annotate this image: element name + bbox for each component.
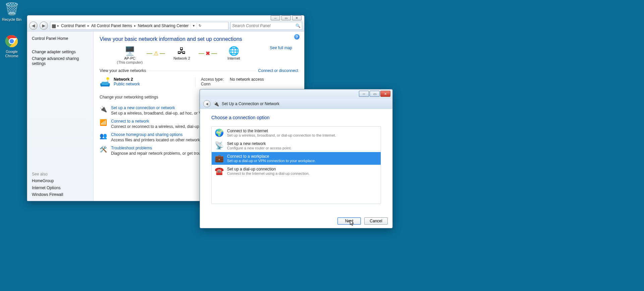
warning-icon: ⚠: [154, 50, 158, 57]
active-network-type-link[interactable]: Public network: [114, 82, 140, 86]
control-panel-glyph-icon: ▦: [52, 23, 56, 28]
close-button[interactable]: ✕: [292, 15, 302, 20]
node-pc-sublabel: (This computer): [113, 60, 147, 64]
wizard-footer: Next Cancel: [337, 217, 388, 225]
sidebar-change-advanced-sharing[interactable]: Change advanced sharing settings: [32, 56, 89, 66]
node-net-label: Network 2: [165, 56, 199, 60]
router-icon: 📡: [214, 141, 224, 150]
network-plug-icon: 🔌: [213, 101, 219, 106]
active-networks-label: View your active networks: [100, 68, 146, 73]
park-bench-icon: 🛋️: [100, 77, 110, 87]
page-heading: View your basic network information and …: [100, 36, 298, 42]
window-titlebar: ─ ▭ ✕: [27, 15, 304, 20]
globe-arrow-icon: 🌍: [214, 129, 224, 137]
option-desc: Set up a wireless, broadband, or dial-up…: [227, 133, 336, 137]
breadcrumb-all-items[interactable]: All Control Panel Items: [89, 23, 134, 28]
nav-back-button[interactable]: ◄: [29, 21, 38, 30]
computer-icon: 🖥️: [113, 46, 147, 56]
option-connect-internet[interactable]: 🌍 Connect to the Internet Set up a wirel…: [212, 127, 381, 139]
disconnected-icon: ✖: [206, 50, 210, 57]
next-button[interactable]: Next: [337, 217, 361, 225]
wizard-header: ◄ 🔌 Set Up a Connection or Network: [200, 99, 392, 109]
sidebar-windows-firewall[interactable]: Windows Firewall: [32, 192, 89, 197]
search-input[interactable]: [232, 23, 296, 28]
option-dialup[interactable]: ☎️ Set up a dial-up connection Connect t…: [212, 165, 381, 177]
connections-key: Conn: [201, 82, 211, 86]
help-button[interactable]: ?: [294, 34, 300, 40]
wizard-close-button[interactable]: ✕: [380, 91, 390, 97]
network-hub-icon: 🖧: [165, 46, 199, 56]
settings-item-desc: Access files and printers located on oth…: [111, 138, 205, 142]
sidebar-see-also-label: See also: [32, 172, 89, 176]
wizard-maximize-button[interactable]: ▭: [370, 91, 380, 97]
node-network[interactable]: 🖧 Network 2: [165, 46, 199, 60]
option-desc: Connect to the Internet using a dial-up …: [227, 171, 310, 175]
maximize-button[interactable]: ▭: [281, 15, 291, 20]
access-type-value: No network access: [230, 77, 264, 82]
phone-modem-icon: ☎️: [214, 167, 224, 175]
settings-item-desc: Set up a wireless, broadband, dial-up, a…: [111, 111, 207, 116]
node-inet-label: Internet: [217, 56, 251, 60]
chrome-icon: [4, 33, 19, 49]
chrome-label: Google Chrome: [1, 50, 23, 58]
desktop-icon-recycle-bin[interactable]: 🗑️ Recycle Bin: [1, 1, 23, 22]
setup-connection-wizard-window: ─ ▭ ✕ ◄ 🔌 Set Up a Connection or Network…: [200, 89, 393, 228]
troubleshoot-icon: 🛠️: [100, 146, 107, 156]
settings-item-title[interactable]: Troubleshoot problems: [111, 146, 206, 150]
option-new-network[interactable]: 📡 Set up a new network Configure a new r…: [212, 139, 381, 152]
see-full-map-link[interactable]: See full map: [270, 46, 292, 50]
node-internet[interactable]: 🌐 Internet: [217, 46, 251, 60]
settings-item-desc: Connect or reconnect to a wireless, wire…: [111, 124, 205, 129]
wizard-titlebar: ─ ▭ ✕: [200, 89, 392, 99]
address-toolbar: ◄ ► ▦ ▸ Control Panel ▸ All Control Pane…: [27, 20, 304, 31]
nav-forward-button[interactable]: ►: [40, 21, 48, 30]
settings-item-title[interactable]: Choose homegroup and sharing options: [111, 132, 205, 137]
recycle-bin-icon: 🗑️: [4, 1, 19, 17]
homegroup-icon: 👥: [100, 132, 107, 142]
connect-disconnect-link[interactable]: Connect or disconnect: [258, 68, 298, 73]
breadcrumb-network-sharing[interactable]: Network and Sharing Center: [136, 23, 191, 28]
settings-item-title[interactable]: Connect to a network: [111, 119, 205, 124]
breadcrumb-dropdown-button[interactable]: ▾: [191, 22, 197, 30]
sidebar-homegroup[interactable]: HomeGroup: [32, 178, 89, 183]
option-title: Connect to the Internet: [227, 129, 336, 133]
minimize-button[interactable]: ─: [271, 15, 280, 20]
node-pc-label: AP-PC: [113, 56, 147, 60]
refresh-button[interactable]: ↻: [197, 22, 203, 30]
desktop-icon-chrome[interactable]: Google Chrome: [1, 33, 23, 58]
sidebar-home[interactable]: Control Panel Home: [32, 36, 89, 41]
active-network-pane: 🛋️ Network 2 Public network Access type:…: [100, 77, 298, 87]
svg-point-2: [10, 39, 14, 44]
connection-2: ✖: [199, 50, 217, 57]
briefcase-network-icon: 💼: [214, 154, 224, 163]
wizard-body: Choose a connection option 🌍 Connect to …: [200, 109, 392, 210]
search-icon: 🔍: [296, 23, 301, 28]
new-connection-icon: 🔌: [100, 105, 107, 116]
settings-item-desc: Diagnose and repair network problems, or…: [111, 151, 206, 156]
connect-network-icon: 📶: [100, 119, 107, 129]
connection-1: ⚠: [147, 50, 165, 57]
option-connect-workplace[interactable]: 💼 Connect to a workplace Set up a dial-u…: [212, 152, 381, 165]
node-this-pc[interactable]: 🖥️ AP-PC (This computer): [113, 46, 147, 64]
wizard-heading: Choose a connection option: [211, 115, 381, 120]
breadcrumb[interactable]: ▦ ▸ Control Panel ▸ All Control Panel It…: [50, 22, 228, 30]
option-desc: Set up a dial-up or VPN connection to yo…: [227, 159, 316, 163]
option-title: Connect to a workplace: [227, 154, 316, 159]
connection-option-list: 🌍 Connect to the Internet Set up a wirel…: [211, 126, 381, 204]
option-title: Set up a new network: [227, 141, 291, 146]
cancel-button[interactable]: Cancel: [364, 217, 388, 225]
access-type-key: Access type:: [201, 77, 224, 82]
sidebar: Control Panel Home Change adapter settin…: [27, 31, 94, 201]
sidebar-internet-options[interactable]: Internet Options: [32, 186, 89, 190]
sidebar-change-adapter[interactable]: Change adapter settings: [32, 50, 89, 54]
search-box[interactable]: 🔍: [230, 22, 302, 30]
settings-item-title[interactable]: Set up a new connection or network: [111, 105, 207, 110]
option-desc: Configure a new router or access point.: [227, 146, 291, 150]
breadcrumb-control-panel[interactable]: Control Panel: [59, 23, 88, 28]
wizard-back-button[interactable]: ◄: [203, 100, 211, 107]
option-title: Set up a dial-up connection: [227, 167, 310, 171]
recycle-bin-label: Recycle Bin: [1, 17, 23, 22]
wizard-title: Set Up a Connection or Network: [222, 101, 279, 106]
active-network-name: Network 2: [114, 77, 140, 82]
wizard-minimize-button[interactable]: ─: [359, 91, 369, 97]
